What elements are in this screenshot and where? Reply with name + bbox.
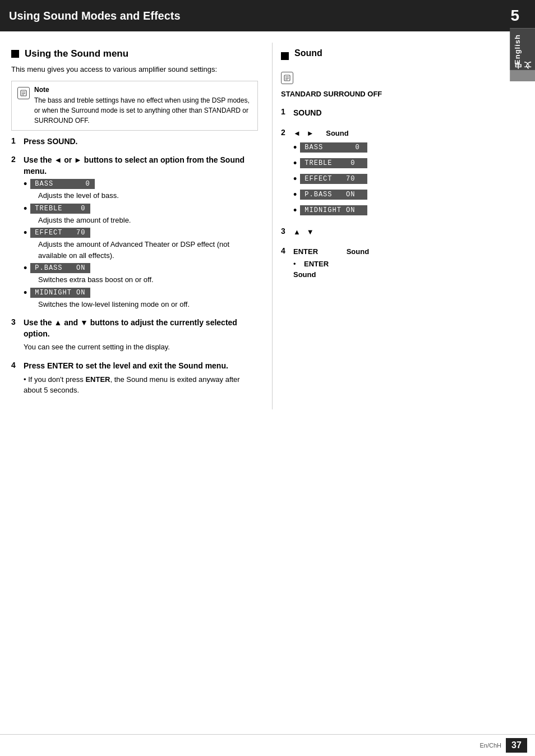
- step-1-header: 1 Press SOUND.: [11, 136, 258, 147]
- menu-item-effect: • EFFECT 70: [24, 228, 258, 238]
- right-step-1-text: SOUND: [293, 108, 322, 117]
- right-section-title: Sound: [294, 48, 322, 58]
- right-step-4-text: ENTER Sound: [293, 247, 369, 256]
- page-sub-text: En/ChH: [479, 742, 501, 749]
- step-4: 4 Press ENTER to set the level and exit …: [11, 361, 258, 396]
- step-3-text: Use the ▲ and ▼ buttons to adjust the cu…: [24, 317, 258, 339]
- column-divider: [272, 43, 273, 409]
- side-tabs: English 中 文: [510, 28, 535, 81]
- right-tag-bass: BASS 0: [300, 142, 367, 153]
- bullet-midnight: •: [24, 288, 27, 298]
- right-step-1: 1 SOUND: [281, 107, 505, 119]
- desc-treble: Adjusts the amount of treble.: [38, 215, 258, 226]
- side-tab-english: English: [510, 28, 535, 70]
- tag-bass: BASS 0: [30, 179, 94, 189]
- right-column: Sound STANDARD SURROUND OFF 1 SOUND 2 ◄: [275, 43, 522, 409]
- step-3-num: 3: [11, 317, 19, 339]
- desc-bass: Adjusts the level of bass.: [38, 190, 258, 201]
- right-step-1-num: 1: [281, 107, 289, 116]
- right-step-4: 4 ENTER Sound • ENTER Sound: [281, 246, 505, 279]
- right-tag-effect: EFFECT 70: [300, 174, 367, 184]
- tag-midnight: MIDNIGHT ON: [30, 288, 90, 298]
- right-step-3: 3 ▲ ▼: [281, 227, 505, 238]
- left-column: Using the Sound menu This menu gives you…: [0, 43, 269, 409]
- note-box: Note The bass and treble settings have n…: [11, 81, 258, 131]
- right-step-1-content: SOUND: [293, 107, 505, 119]
- condition-row: STANDARD SURROUND OFF: [281, 90, 505, 98]
- right-step-2-num: 2: [281, 128, 289, 137]
- desc-effect: Adjusts the amount of Advanced Theater o…: [38, 239, 258, 261]
- step-1-num: 1: [11, 136, 19, 147]
- right-step-4-sound-label: Sound: [293, 270, 316, 279]
- right-tag-pbass: P.BASS ON: [300, 190, 367, 200]
- right-step-4-enter: ENTER: [304, 260, 329, 268]
- tag-pbass: P.BASS ON: [30, 263, 90, 273]
- right-section-icon: [281, 52, 289, 60]
- right-tag-treble: TREBLE 0: [300, 158, 367, 168]
- menu-item-treble: • TREBLE 0: [24, 204, 258, 214]
- section-icon: [11, 50, 19, 58]
- right-bullet-pbass: •: [293, 190, 297, 200]
- right-bullet-midnight: •: [293, 205, 297, 215]
- right-menu-item-pbass: • P.BASS ON: [293, 190, 505, 200]
- right-menu-item-treble: • TREBLE 0: [293, 158, 505, 168]
- right-bullet-bass: •: [293, 142, 297, 153]
- bullet-treble: •: [24, 204, 27, 214]
- note-text: The bass and treble settings have no eff…: [34, 95, 252, 126]
- right-step-3-content: ▲ ▼: [293, 227, 505, 238]
- bullet-bass: •: [24, 179, 27, 189]
- right-pencil-icon: [283, 74, 291, 82]
- right-step-4-num: 4: [281, 246, 289, 255]
- page-header: Using Sound Modes and Effects 5: [0, 0, 535, 31]
- main-content: Using the Sound menu This menu gives you…: [0, 31, 535, 421]
- step-4-desc: • If you don't press ENTER, the Sound me…: [24, 374, 258, 396]
- page-title: Using Sound Modes and Effects: [9, 10, 181, 22]
- right-bullet-treble: •: [293, 158, 297, 168]
- step-1-text: Press SOUND.: [24, 136, 78, 147]
- step-2-num: 2: [11, 155, 19, 177]
- section-title: Using the Sound menu: [25, 48, 128, 59]
- step-2-text: Use the ◄ or ► buttons to select an opti…: [24, 155, 258, 177]
- step-2-body: • BASS 0 Adjusts the level of bass. • TR…: [11, 179, 258, 310]
- side-tab-chinese: 中 文: [510, 70, 535, 81]
- right-menu-item-bass: • BASS 0: [293, 142, 505, 153]
- right-step-4-sub: • ENTER: [293, 260, 505, 268]
- desc-midnight: Switches the low-level listening mode on…: [38, 299, 258, 310]
- right-step-4-content: ENTER Sound • ENTER Sound: [293, 246, 505, 279]
- step-3: 3 Use the ▲ and ▼ buttons to adjust the …: [11, 317, 258, 353]
- right-step-4-sound: Sound: [293, 270, 505, 279]
- right-step-4-bullet: •: [293, 260, 304, 268]
- menu-item-bass: • BASS 0: [24, 179, 258, 189]
- right-step-2-text: ◄ ► Sound: [293, 129, 349, 137]
- pencil-icon: [20, 89, 27, 97]
- right-step-2: 2 ◄ ► Sound • BASS 0 • TREBLE 0 •: [281, 128, 505, 221]
- intro-text: This menu gives you access to various am…: [11, 64, 258, 75]
- step-1: 1 Press SOUND.: [11, 136, 258, 147]
- menu-item-midnight: • MIDNIGHT ON: [24, 288, 258, 298]
- step-3-body: You can see the current setting in the d…: [11, 342, 258, 353]
- section-heading: Using the Sound menu: [11, 48, 258, 59]
- desc-pbass: Switches extra bass boost on or off.: [38, 274, 258, 285]
- step-4-header: 4 Press ENTER to set the level and exit …: [11, 361, 258, 372]
- step-3-header: 3 Use the ▲ and ▼ buttons to adjust the …: [11, 317, 258, 339]
- step-2: 2 Use the ◄ or ► buttons to select an op…: [11, 155, 258, 310]
- tag-treble: TREBLE 0: [30, 204, 90, 214]
- menu-item-pbass: • P.BASS ON: [24, 263, 258, 273]
- step-4-num: 4: [11, 361, 19, 372]
- bullet-pbass: •: [24, 263, 27, 273]
- note-label: Note: [34, 86, 252, 94]
- note-icon: [17, 87, 30, 99]
- right-step-2-content: ◄ ► Sound • BASS 0 • TREBLE 0 • EFFECT 7…: [293, 128, 505, 221]
- note-content: Note The bass and treble settings have n…: [34, 86, 252, 126]
- tag-effect: EFFECT 70: [30, 228, 90, 238]
- right-bullet-effect: •: [293, 174, 297, 184]
- right-tag-midnight: MIDNIGHT ON: [300, 205, 367, 215]
- step-2-header: 2 Use the ◄ or ► buttons to select an op…: [11, 155, 258, 177]
- right-note-icon: [281, 72, 293, 84]
- right-menu-items: • BASS 0 • TREBLE 0 • EFFECT 70 • P.BAS: [293, 142, 505, 215]
- chapter-number: 5: [504, 4, 526, 27]
- right-menu-item-effect: • EFFECT 70: [293, 174, 505, 184]
- page-footer: En/ChH 37: [0, 734, 535, 756]
- right-header: Sound: [281, 48, 505, 64]
- right-menu-item-midnight: • MIDNIGHT ON: [293, 205, 505, 215]
